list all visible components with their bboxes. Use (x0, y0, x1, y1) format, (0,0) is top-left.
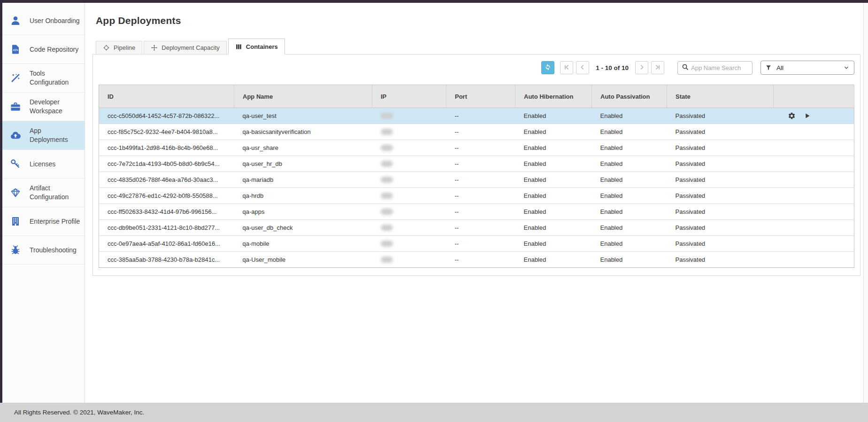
tab[interactable]: Deployment Capacity (144, 41, 227, 55)
left-accent-strip (0, 0, 2, 403)
redacted-ip-blur (381, 113, 393, 119)
containers-table: ID App Name IP Port Auto Hibernation Aut… (99, 85, 854, 268)
sidebar-item-label: Developer Workspace (30, 98, 81, 116)
cell-auto-hibernation: Enabled (515, 204, 592, 220)
cell-state: Passivated (667, 204, 774, 220)
redacted-ip-blur (381, 241, 393, 247)
redacted-ip-blur (381, 225, 393, 231)
table-row[interactable]: ccc-db9be051-2331-4121-8c10-8bd277... qa… (99, 220, 854, 236)
sidebar-item-label: Code Repository (30, 45, 81, 54)
briefcase-icon (10, 101, 21, 112)
column-header (774, 85, 854, 108)
cell-ip (372, 204, 446, 220)
refresh-icon (544, 63, 552, 73)
cell-app-name: qa-usr_share (234, 140, 372, 156)
column-header: ID (99, 85, 234, 108)
chevron-right-icon (638, 64, 645, 72)
cell-app-name: qa-user_test (234, 108, 372, 124)
key-icon (10, 158, 21, 170)
cell-auto-hibernation: Enabled (515, 252, 592, 268)
cell-port: -- (446, 156, 515, 172)
redacted-ip-blur (381, 145, 393, 151)
table-row[interactable]: ccc-1b499fa1-2d98-416b-8c4b-960e68... qa… (99, 140, 854, 156)
cell-ip (372, 220, 446, 236)
search-icon (678, 63, 691, 72)
sidebar-item[interactable]: App Deployments (2, 121, 84, 150)
filter-dropdown[interactable]: All (760, 61, 854, 75)
play-icon[interactable] (803, 112, 811, 120)
pipeline-icon (103, 44, 110, 51)
cell-auto-hibernation: Enabled (515, 172, 592, 188)
cell-auto-passivation: Enabled (592, 188, 667, 204)
cell-id: ccc-c5050d64-1452-4c57-872b-086322... (99, 108, 234, 124)
table-header-row: ID App Name IP Port Auto Hibernation Aut… (99, 85, 854, 108)
refresh-button[interactable] (541, 61, 554, 74)
table-row[interactable]: ccc-ff502633-8432-41d4-97b6-996156... qa… (99, 204, 854, 220)
cell-auto-passivation: Enabled (592, 252, 667, 268)
column-header: IP (372, 85, 446, 108)
cell-app-name: qa-hrdb (234, 188, 372, 204)
sidebar-item[interactable]: Licenses (2, 150, 84, 179)
table-row[interactable]: ccc-7e72c1da-4193-4b05-b8d0-6b9c54... qa… (99, 156, 854, 172)
tab[interactable]: Pipeline (96, 41, 142, 55)
sidebar-item[interactable]: User Onboarding (2, 7, 84, 35)
settings-gear-icon[interactable] (788, 112, 796, 120)
last-page-button[interactable] (651, 61, 664, 74)
page-info: 1 - 10 of 10 (596, 64, 629, 71)
user-icon (10, 15, 21, 26)
redacted-ip-blur (381, 177, 393, 183)
table-row[interactable]: ccc-4835d026-788f-46ea-a76d-30aac3... qa… (99, 172, 854, 188)
table-row[interactable]: ccc-f85c75c2-9232-4ee7-b404-9810a8... qa… (99, 124, 854, 140)
cell-app-name: qa-mobile (234, 236, 372, 252)
cell-auto-hibernation: Enabled (515, 156, 592, 172)
cell-app-name: qa-user_db_check (234, 220, 372, 236)
cell-id: ccc-4835d026-788f-46ea-a76d-30aac3... (99, 172, 234, 188)
sidebar-item-label: Artifact Configuration (30, 184, 81, 202)
cell-state: Passivated (667, 140, 774, 156)
next-page-button[interactable] (635, 61, 648, 74)
sidebar-item[interactable]: </> Code Repository (2, 35, 84, 64)
column-header: Auto Passivation (592, 85, 667, 108)
sidebar-item[interactable]: Tools Configuration (2, 64, 84, 93)
tab-label: Containers (246, 43, 278, 50)
sidebar-item[interactable]: Troubleshooting (2, 236, 84, 265)
code-repository-icon: </> (10, 44, 21, 55)
table-row[interactable]: ccc-49c27876-ed1c-4292-b0f8-550588... qa… (99, 188, 854, 204)
cell-auto-passivation: Enabled (592, 236, 667, 252)
sidebar-item-label: App Deployments (30, 126, 81, 144)
search-input[interactable] (691, 62, 752, 74)
table-row[interactable]: ccc-385aa5ab-3788-4230-b78a-b2841c... qa… (99, 252, 854, 268)
cell-actions (774, 140, 854, 156)
cell-auto-hibernation: Enabled (515, 108, 592, 124)
cell-auto-passivation: Enabled (592, 172, 667, 188)
table-row[interactable]: ccc-c5050d64-1452-4c57-872b-086322... qa… (99, 108, 854, 124)
cell-state: Passivated (667, 108, 774, 124)
table-row[interactable]: ccc-0e97aea4-a5af-4102-86a1-fd60e16... q… (99, 236, 854, 252)
first-page-icon (563, 64, 570, 72)
cell-state: Passivated (667, 236, 774, 252)
sidebar-item[interactable]: Developer Workspace (2, 93, 84, 121)
cell-actions (774, 172, 854, 188)
sidebar-item[interactable]: Artifact Configuration (2, 179, 84, 207)
cell-id: ccc-0e97aea4-a5af-4102-86a1-fd60e16... (99, 236, 234, 252)
cell-state: Passivated (667, 252, 774, 268)
cell-port: -- (446, 220, 515, 236)
footer: All Rights Reserved. © 2021, WaveMaker, … (0, 403, 868, 422)
cell-ip (372, 156, 446, 172)
column-header: Port (446, 85, 515, 108)
previous-page-button[interactable] (576, 61, 589, 74)
tab-bar: Pipeline Deployment Capacity Containers (85, 39, 863, 55)
tab[interactable]: Containers (228, 39, 285, 55)
cell-auto-hibernation: Enabled (515, 236, 592, 252)
move-arrows-icon (151, 44, 158, 51)
first-page-button[interactable] (560, 61, 573, 74)
cell-state: Passivated (667, 124, 774, 140)
svg-text:</>: </> (13, 48, 19, 52)
cell-auto-passivation: Enabled (592, 204, 667, 220)
sidebar-item[interactable]: Enterprise Profile (2, 207, 84, 236)
cell-state: Passivated (667, 172, 774, 188)
cell-app-name: qa-user_hr_db (234, 156, 372, 172)
sidebar-item-label: Troubleshooting (30, 246, 81, 255)
cell-port: -- (446, 172, 515, 188)
cell-id: ccc-ff502633-8432-41d4-97b6-996156... (99, 204, 234, 220)
